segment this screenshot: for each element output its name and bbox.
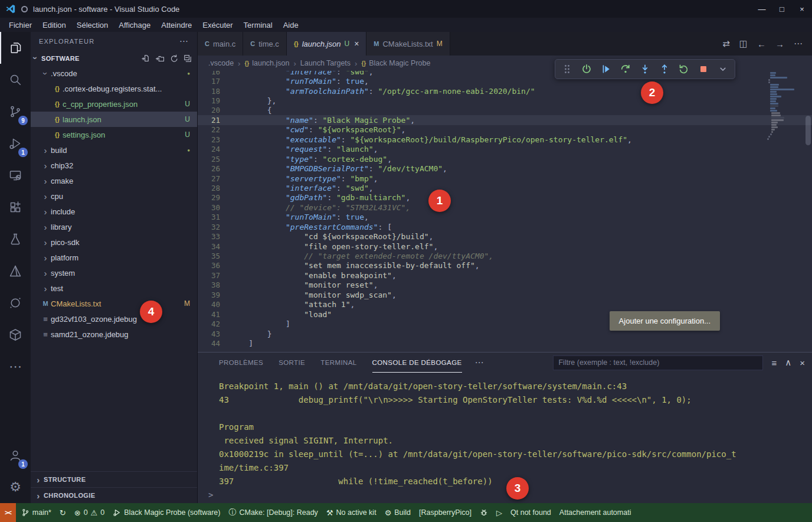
code-editor[interactable]: 16 "interface": "swd",17 "runToMain": tr… <box>198 71 812 352</box>
code-line-34[interactable]: 34 "file open-story-teller.elf", <box>198 242 812 251</box>
outline-section[interactable]: STRUCTURE <box>31 471 197 487</box>
tree-item-platform[interactable]: platform <box>31 250 197 265</box>
run-target-button[interactable]: ▷ <box>492 503 506 522</box>
tree-item-gd32vf103_ozone.jdebug[interactable]: ≡gd32vf103_ozone.jdebug <box>31 311 197 327</box>
close-button[interactable]: × <box>792 0 812 18</box>
new-file-icon[interactable] <box>140 54 150 63</box>
code-line-30[interactable]: 30 // "device": "STM32L431VC", <box>198 203 812 212</box>
tree-item-.cortex-debug.registers.stat...[interactable]: {}.cortex-debug.registers.stat... <box>31 81 197 96</box>
panel-tab-probl-mes[interactable]: PROBLÈMES <box>219 353 263 373</box>
problems-status[interactable]: ⊗ 0 ⚠ 0 <box>70 503 109 522</box>
collapse-all-icon[interactable] <box>183 54 192 63</box>
auto-attach-status[interactable]: Attachement automati <box>555 503 636 522</box>
tree-item-launch.json[interactable]: {}launch.jsonU <box>31 112 197 127</box>
code-line-36[interactable]: 36 "set mem inaccessible-by-default off"… <box>198 261 812 270</box>
tree-item-build[interactable]: build● <box>31 142 197 158</box>
menu-sélection[interactable]: Sélection <box>71 21 113 30</box>
debug-target-button[interactable] <box>476 503 492 522</box>
code-line-32[interactable]: 32 "preRestartCommands": [ <box>198 222 812 231</box>
activity-source-control[interactable]: 9 <box>0 96 31 128</box>
activity-package[interactable] <box>0 319 31 351</box>
timeline-section[interactable]: CHRONOLOGIE <box>31 487 197 503</box>
panel-tab-sortie[interactable]: SORTIE <box>279 353 305 373</box>
code-line-43[interactable]: 43 } <box>198 329 812 338</box>
breadcrumb-item[interactable]: {}launch.json <box>244 59 289 67</box>
code-line-25[interactable]: 25 "type": "cortex-debug", <box>198 154 812 164</box>
code-line-24[interactable]: 24 "request": "launch", <box>198 145 812 154</box>
cmake-target-selector[interactable]: [RaspberryPico] <box>415 503 476 522</box>
code-line-21[interactable]: 21 "name": "Black Magic Probe", <box>198 115 812 125</box>
power-button[interactable] <box>581 63 592 75</box>
menu-affichage[interactable]: Affichage <box>113 21 156 30</box>
sidebar-more-icon[interactable]: ⋯ <box>179 36 189 47</box>
menu-exécuter[interactable]: Exécuter <box>197 21 238 30</box>
code-line-18[interactable]: 18 "armToolchainPath": "/opt/gcc-arm-non… <box>198 86 812 96</box>
minimize-button[interactable]: — <box>752 0 772 18</box>
filter-icon[interactable]: ≡ <box>771 358 777 368</box>
code-line-35[interactable]: 35 // "target extended-remote /dev/ttyAC… <box>198 251 812 260</box>
debug-console-output[interactable]: Breakpoint 1, main () at /mnt/data/git/o… <box>198 373 812 503</box>
breadcrumb-item[interactable]: .vscode <box>208 59 234 67</box>
new-folder-icon[interactable] <box>155 54 164 63</box>
sync-button[interactable]: ↻ <box>55 503 70 522</box>
code-line-33[interactable]: 33 "cd ${workspaceRoot}/build", <box>198 231 812 241</box>
code-line-40[interactable]: 40 "attach 1", <box>198 300 812 309</box>
cmake-kit-selector[interactable]: ⚒ No active kit <box>322 503 381 522</box>
compare-changes-icon[interactable]: ⇄ <box>722 38 730 49</box>
step-into-button[interactable] <box>639 63 651 75</box>
step-over-button[interactable] <box>620 63 631 75</box>
remote-indicator[interactable]: >< <box>0 503 16 522</box>
menu-fichier[interactable]: Fichier <box>4 21 37 30</box>
console-prompt-icon[interactable]: > <box>208 490 213 500</box>
code-line-26[interactable]: 26 "BMPGDBSerialPort": "/dev/ttyACM0", <box>198 164 812 173</box>
menu-aide[interactable]: Aide <box>278 21 304 30</box>
close-tab-icon[interactable]: × <box>354 39 359 48</box>
tree-item-chip32[interactable]: chip32 <box>31 158 197 173</box>
restore-button[interactable]: □ <box>772 0 792 18</box>
add-configuration-button[interactable]: Ajouter une configuration... <box>610 311 720 331</box>
qt-status[interactable]: Qt not found <box>506 503 555 522</box>
tab-time.c[interactable]: Ctime.c <box>243 32 287 56</box>
code-line-44[interactable]: 44 ] <box>198 338 812 348</box>
activity-more[interactable]: ⋯ <box>0 351 31 383</box>
tree-item-include[interactable]: include <box>31 204 197 219</box>
breadcrumb-item[interactable]: Launch Targets <box>300 59 351 67</box>
git-branch-status[interactable]: main* <box>17 503 55 522</box>
code-line-23[interactable]: 23 "executable": "${workspaceRoot}/build… <box>198 135 812 144</box>
maximize-panel-icon[interactable]: ∧ <box>785 357 791 368</box>
activity-settings[interactable]: ⚙ <box>0 471 31 503</box>
split-editor-icon[interactable]: ◫ <box>739 38 748 49</box>
stop-button[interactable] <box>698 63 709 75</box>
panel-tab-console-de-d-bogage[interactable]: CONSOLE DE DÉBOGAGE <box>372 353 462 373</box>
tree-item-system[interactable]: system <box>31 265 197 280</box>
continue-button[interactable] <box>600 63 612 75</box>
workspace-section-header[interactable]: SOFTWARE <box>31 51 197 66</box>
activity-remote-explorer[interactable] <box>0 159 31 191</box>
activity-run-debug[interactable]: 1 <box>0 128 31 159</box>
menu-atteindre[interactable]: Atteindre <box>156 21 197 30</box>
tree-item-cmake[interactable]: cmake <box>31 173 197 188</box>
code-line-22[interactable]: 22 "cwd": "${workspaceRoot}", <box>198 125 812 135</box>
tab-launch.json[interactable]: {}launch.jsonU× <box>287 32 366 56</box>
tree-item-cmakelists.txt[interactable]: MCMakeLists.txtM <box>31 296 197 311</box>
activity-jupyter[interactable] <box>0 287 31 319</box>
activity-explorer[interactable] <box>0 32 31 64</box>
console-filter-input[interactable] <box>553 355 763 370</box>
code-line-28[interactable]: 28 "interface": "swd", <box>198 183 812 193</box>
code-line-38[interactable]: 38 "monitor reset", <box>198 280 812 290</box>
tree-item-library[interactable]: library <box>31 219 197 234</box>
menu-edition[interactable]: Edition <box>37 21 71 30</box>
tree-item-test[interactable]: test <box>31 280 197 296</box>
activity-testing[interactable] <box>0 223 31 255</box>
close-panel-icon[interactable]: × <box>800 358 805 368</box>
tree-item-samd21_ozone.jdebug[interactable]: ≡samd21_ozone.jdebug <box>31 327 197 342</box>
code-line-27[interactable]: 27 "servertype": "bmp", <box>198 174 812 183</box>
activity-extensions[interactable] <box>0 191 31 223</box>
drag-grip-icon[interactable] <box>561 63 573 75</box>
tree-item-c_cpp_properties.json[interactable]: {}c_cpp_properties.jsonU <box>31 96 197 112</box>
more-actions-icon[interactable]: ⋯ <box>794 38 803 49</box>
navigate-forward-icon[interactable]: → <box>775 39 784 49</box>
refresh-icon[interactable] <box>169 54 178 63</box>
panel-more-icon[interactable]: ⋯ <box>475 357 484 368</box>
tree-item-cpu[interactable]: cpu <box>31 188 197 204</box>
